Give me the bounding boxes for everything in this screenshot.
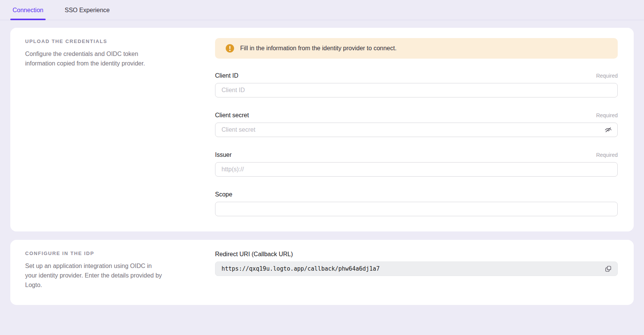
tab-connection-label: Connection — [13, 7, 43, 13]
field-client-id: Client ID Required — [215, 72, 618, 97]
toggle-secret-visibility-button[interactable] — [603, 124, 614, 135]
field-scope: Scope — [215, 190, 618, 216]
page-content: UPLOAD THE CREDENTIALS Configure the cre… — [0, 20, 644, 305]
client-id-required-tag: Required — [596, 72, 618, 80]
copy-button[interactable] — [603, 263, 614, 274]
idp-card: CONFIGURE IN THE IDP Set up an applicati… — [10, 240, 634, 305]
tab-sso-experience[interactable]: SSO Experience — [62, 6, 112, 20]
redirect-uri-label: Redirect URI (Callback URL) — [215, 250, 293, 258]
idp-section-title: CONFIGURE IN THE IDP — [25, 250, 191, 257]
redirect-uri-value: https://qxq19u.logto.app/callback/phw64a… — [222, 265, 603, 272]
client-id-input[interactable] — [215, 83, 618, 97]
client-secret-input-box — [215, 123, 618, 137]
client-secret-label: Client secret — [215, 111, 249, 120]
credentials-section-description: Configure the credentials and OIDC token… — [25, 49, 191, 68]
idp-card-intro: CONFIGURE IN THE IDP Set up an applicati… — [25, 250, 191, 290]
redirect-uri-field: https://qxq19u.logto.app/callback/phw64a… — [215, 262, 618, 276]
tab-connection[interactable]: Connection — [10, 6, 46, 20]
scope-input[interactable] — [215, 202, 618, 216]
alert-banner: Fill in the information from the identit… — [215, 38, 618, 59]
issuer-required-tag: Required — [596, 151, 618, 159]
issuer-label: Issuer — [215, 151, 232, 159]
issuer-input[interactable] — [215, 162, 618, 177]
field-redirect-uri: Redirect URI (Callback URL) https://qxq1… — [215, 250, 618, 276]
alert-text: Fill in the information from the identit… — [240, 44, 397, 53]
idp-section-description: Set up an application integration using … — [25, 261, 191, 290]
field-issuer: Issuer Required — [215, 151, 618, 177]
credentials-section-title: UPLOAD THE CREDENTIALS — [25, 38, 191, 45]
eye-off-icon — [604, 126, 612, 134]
scope-label: Scope — [215, 190, 232, 199]
warning-icon — [226, 44, 234, 53]
copy-icon — [604, 265, 612, 273]
tab-sso-experience-label: SSO Experience — [65, 7, 110, 13]
idp-form: Redirect URI (Callback URL) https://qxq1… — [215, 250, 618, 290]
client-secret-input[interactable] — [215, 123, 603, 137]
credentials-card-intro: UPLOAD THE CREDENTIALS Configure the cre… — [25, 38, 191, 216]
field-client-secret: Client secret Required — [215, 111, 618, 137]
tab-bar: Connection SSO Experience — [0, 0, 644, 20]
credentials-form: Fill in the information from the identit… — [215, 38, 618, 216]
credentials-card: UPLOAD THE CREDENTIALS Configure the cre… — [10, 28, 634, 231]
client-secret-required-tag: Required — [596, 112, 618, 119]
client-id-label: Client ID — [215, 72, 238, 80]
